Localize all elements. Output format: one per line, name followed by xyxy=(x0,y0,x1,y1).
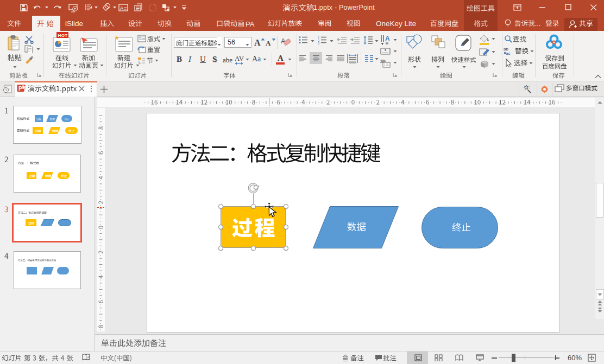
svg-text:3: 3 xyxy=(318,42,319,44)
svg-text:P: P xyxy=(18,86,22,92)
svg-text:A: A xyxy=(385,35,390,42)
svg-text:ac: ac xyxy=(506,51,510,55)
svg-text:A: A xyxy=(120,5,123,11)
